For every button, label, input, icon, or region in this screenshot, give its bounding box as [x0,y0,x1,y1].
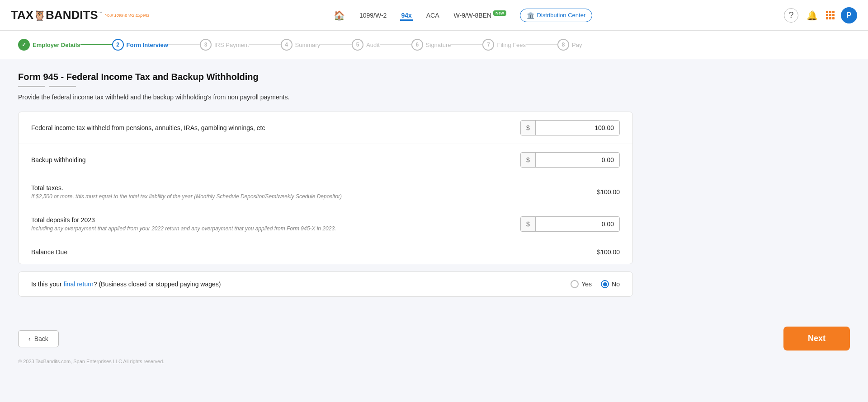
logo-owl-icon: 🦉 [33,10,46,21]
federal-income-row: Federal income tax withheld from pension… [19,112,632,144]
apps-grid-icon[interactable] [826,11,835,19]
total-taxes-value: $100.00 [520,188,620,196]
total-deposits-input-group: $ [520,216,620,232]
step-summary[interactable]: 4 Summary [281,39,321,51]
step-6-label: Signature [426,42,451,48]
step-3-circle: 3 [200,39,212,51]
balance-due-value: $100.00 [520,248,620,256]
final-return-link[interactable]: final return [64,280,94,288]
main-nav: 🏠 1099/W-2 94x ACA W-9/W-8BEN New 🏛️ Dis… [333,8,592,23]
distribution-center-button[interactable]: 🏛️ Distribution Center [520,9,593,22]
step-line-2 [168,44,200,45]
footer-nav: ‹ Back Next [0,318,868,355]
step-5-label: Audit [366,42,380,48]
final-return-radio-group: Yes No [571,280,620,288]
final-return-text-before: Is this your [31,280,64,288]
nav-94x[interactable]: 94x [400,10,412,21]
total-taxes-label: Total taxes. If $2,500 or more, this mus… [31,184,513,200]
federal-income-input-group: $ [520,120,620,136]
step-1-circle: ✓ [18,39,30,51]
logo: TAX🦉BANDITS™ [11,8,102,22]
logo-tm: ™ [98,11,102,15]
stepper: ✓ Employer Details 2 Form Interview 3 IR… [0,31,868,59]
radio-no-dot [603,282,607,286]
radio-yes-label: Yes [581,280,592,288]
backup-withholding-input[interactable] [536,153,619,167]
main-content: Form 945 - Federal Income Tax and Backup… [0,59,651,313]
total-deposits-row: Total deposits for 2023 Including any ov… [19,208,632,240]
help-button[interactable]: ? [784,8,798,23]
logo-bandits: BANDITS [46,8,98,22]
federal-income-input[interactable] [536,121,619,135]
copyright: © 2023 TaxBandits.com, Span Enterprises … [0,355,868,366]
radio-no-label: No [612,280,620,288]
step-line-6 [451,44,482,45]
step-audit[interactable]: 5 Audit [352,39,380,51]
step-3-label: IRS Payment [214,42,249,48]
back-button[interactable]: ‹ Back [18,330,59,347]
underline-2 [49,86,76,87]
step-8-label: Pay [572,42,582,48]
building-icon: 🏛️ [527,12,534,19]
back-chevron-icon: ‹ [28,335,31,342]
step-7-label: Filing Fees [497,42,526,48]
form-card: Federal income tax withheld from pension… [18,112,633,264]
step-5-circle: 5 [352,39,363,51]
step-filing-fees[interactable]: 7 Filing Fees [482,39,526,51]
total-deposits-input[interactable] [536,217,619,231]
logo-sub: Your 1099 & W2 Experts [105,13,150,18]
final-return-card: Is this your final return? (Business clo… [18,271,633,297]
step-7-circle: 7 [482,39,494,51]
total-deposits-sub: Including any overpayment that applied f… [31,225,513,232]
radio-no[interactable]: No [601,280,620,288]
dollar-sign-2: $ [521,153,536,167]
title-underlines [18,86,633,87]
step-2-label: Form Interview [127,42,168,48]
header-right: ? 🔔 P [784,7,857,23]
back-btn-label: Back [34,335,48,342]
radio-no-circle [601,280,609,288]
balance-due-label: Balance Due [31,248,513,256]
step-form-interview[interactable]: 2 Form Interview [112,39,168,51]
new-badge: New [493,10,506,16]
step-irs-payment[interactable]: 3 IRS Payment [200,39,249,51]
step-6-circle: 6 [411,39,423,51]
final-return-label: Is this your final return? (Business clo… [31,280,571,288]
balance-due-row: Balance Due $100.00 [19,240,632,264]
logo-tax: TAX [11,8,33,22]
nav-aca[interactable]: ACA [425,10,440,21]
federal-income-label: Federal income tax withheld from pension… [31,124,513,131]
step-line-4 [320,44,352,45]
nav-home[interactable]: 🏠 [333,8,346,23]
step-employer-details[interactable]: ✓ Employer Details [18,39,80,51]
backup-withholding-row: Backup withholding $ [19,144,632,176]
nav-1099w2[interactable]: 1099/W-2 [359,10,387,21]
step-line-7 [526,44,557,45]
step-line-5 [380,44,411,45]
step-line-1 [80,44,112,45]
total-deposits-label: Total deposits for 2023 Including any ov… [31,216,513,232]
page-title: Form 945 - Federal Income Tax and Backup… [18,72,633,82]
dollar-sign-1: $ [521,121,536,135]
total-taxes-sub: If $2,500 or more, this must equal to th… [31,193,513,200]
step-4-label: Summary [295,42,321,48]
backup-withholding-input-group: $ [520,152,620,168]
notification-button[interactable]: 🔔 [805,8,820,23]
radio-yes-circle [571,280,579,288]
final-return-text-after: ? (Business closed or stopped paying wag… [94,280,221,288]
step-signature[interactable]: 6 Signature [411,39,451,51]
step-pay[interactable]: 8 Pay [557,39,582,51]
radio-yes[interactable]: Yes [571,280,592,288]
total-taxes-row: Total taxes. If $2,500 or more, this mus… [19,176,632,208]
nav-w9w8ben[interactable]: W-9/W-8BEN New [453,9,507,22]
step-line-3 [249,44,281,45]
backup-withholding-label: Backup withholding [31,156,513,164]
dollar-sign-3: $ [521,217,536,231]
logo-sub-area: Your 1099 & W2 Experts [105,13,150,18]
avatar[interactable]: P [841,7,857,23]
header: TAX🦉BANDITS™ Your 1099 & W2 Experts 🏠 10… [0,0,868,31]
step-2-circle: 2 [112,39,124,51]
step-1-label: Employer Details [33,42,80,48]
step-8-circle: 8 [557,39,569,51]
next-button[interactable]: Next [783,327,850,351]
